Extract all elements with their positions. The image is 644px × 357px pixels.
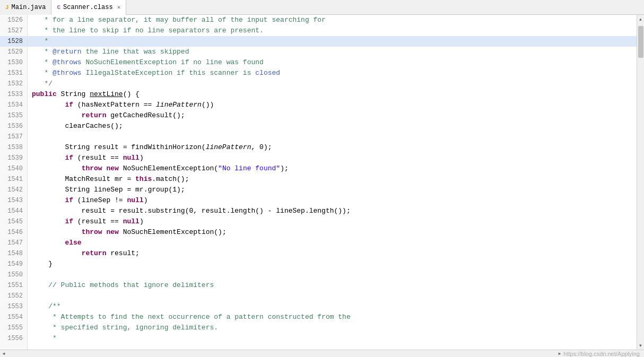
right-scrollbar[interactable]: ▲ ▼ <box>637 15 644 350</box>
code-line: throw new NoSuchElementException("No lin… <box>28 163 637 174</box>
code-line: String result = findWithinHorizon(linePa… <box>28 142 637 153</box>
line-number: 1545 <box>0 216 27 227</box>
token-comment: * <box>32 47 53 57</box>
scroll-track <box>637 23 644 341</box>
line-number: 1544 <box>0 206 27 216</box>
token-normal: ); <box>280 163 289 174</box>
code-line <box>28 132 637 142</box>
line-number: 1530 <box>0 57 27 68</box>
code-line: * the line to skip if no line separators… <box>28 25 637 36</box>
token-normal: String <box>57 89 90 100</box>
token-normal: getCachedResult(); <box>106 110 185 121</box>
line-number: 1553 <box>0 301 27 312</box>
code-line <box>28 291 637 301</box>
token-normal: NoSuchElementException( <box>119 163 218 174</box>
code-line: clearCaches(); <box>28 121 637 132</box>
code-line: if (result == null) <box>28 153 637 163</box>
java-icon: J <box>5 4 9 11</box>
token-normal: ) <box>144 195 148 206</box>
editor-body: 1526152715281529153015311532153315341535… <box>0 15 644 350</box>
code-line: return result; <box>28 248 637 259</box>
token-normal: ) <box>140 153 144 163</box>
token-kw2: new <box>106 227 118 238</box>
token-comment: /** <box>32 301 61 312</box>
token-comment: IllegalStateException if this scanner is <box>82 68 256 79</box>
token-normal <box>102 163 107 174</box>
bottom-scrollbar[interactable]: ◀ ▶ https://blog.csdn.net/Applying <box>0 350 644 357</box>
line-number: 1541 <box>0 174 27 185</box>
line-number: 1549 <box>0 259 27 269</box>
token-kw2: if <box>65 100 73 110</box>
code-line: * for a line separator, it may buffer al… <box>28 15 637 25</box>
tab-main-java[interactable]: J Main.java <box>0 0 51 15</box>
token-comment: * Attempts to find the next occurrence o… <box>32 312 351 323</box>
token-normal: MatchResult mr = <box>32 174 135 185</box>
token-comment: */ <box>32 79 53 89</box>
code-line: throw new NoSuchElementException(); <box>28 227 637 238</box>
token-normal: , 0); <box>251 142 272 153</box>
line-number: 1534 <box>0 100 27 110</box>
line-number: 1552 <box>0 291 27 301</box>
token-kw2: throw <box>82 227 102 238</box>
token-comment: * <box>32 57 53 68</box>
token-normal <box>32 195 65 206</box>
token-normal: clearCaches(); <box>32 121 123 132</box>
token-normal <box>32 216 65 227</box>
token-normal <box>32 163 82 174</box>
line-number: 1527 <box>0 25 27 36</box>
tab-scanner-class[interactable]: C Scanner.class ✕ <box>51 0 126 15</box>
token-comment: * specified string, ignoring delimiters. <box>32 323 218 333</box>
line-number: 1528 <box>0 36 27 47</box>
token-normal <box>32 248 82 259</box>
token-italic: linePattern <box>206 142 251 153</box>
token-normal <box>32 110 82 121</box>
token-comment: // Public methods that ignore delimiters <box>32 280 214 291</box>
token-normal <box>32 153 65 163</box>
token-annot: closed <box>255 68 280 79</box>
close-icon[interactable]: ✕ <box>117 4 121 11</box>
line-number: 1526 <box>0 15 27 25</box>
scroll-thumb[interactable] <box>638 26 643 58</box>
token-kw2: return <box>82 248 107 259</box>
token-normal: (result == <box>73 153 123 163</box>
h-scroll-track <box>7 350 556 358</box>
tab-bar: J Main.java C Scanner.class ✕ <box>0 0 644 15</box>
token-kw2: null <box>123 153 140 163</box>
code-line: * <box>28 36 637 47</box>
line-number: 1536 <box>0 121 27 132</box>
token-normal: (hasNextPattern == <box>73 100 156 110</box>
line-number: 1532 <box>0 79 27 89</box>
token-normal: .match(); <box>152 174 189 185</box>
code-line: * @throws IllegalStateException if this … <box>28 68 637 79</box>
code-area[interactable]: * for a line separator, it may buffer al… <box>28 15 637 350</box>
watermark: https://blog.csdn.net/Applying <box>563 351 644 357</box>
token-normal: NoSuchElementException(); <box>119 227 227 238</box>
code-line: * @return the line that was skipped <box>28 47 637 57</box>
token-normal: String lineSep = mr.group(1); <box>32 185 185 195</box>
token-normal: () { <box>123 89 140 100</box>
code-line: MatchResult mr = this.match(); <box>28 174 637 185</box>
token-kw2: null <box>127 195 143 206</box>
line-number: 1556 <box>0 333 27 344</box>
token-kw2: throw <box>82 163 102 174</box>
code-line: */ <box>28 79 637 89</box>
scroll-left-arrow[interactable]: ◀ <box>0 350 7 358</box>
token-annot: @throws <box>53 57 82 68</box>
line-numbers: 1526152715281529153015311532153315341535… <box>0 15 28 350</box>
token-comment: NoSuchElementException if no line was fo… <box>82 57 264 68</box>
token-normal <box>32 100 65 110</box>
token-normal <box>32 227 82 238</box>
scroll-down-arrow[interactable]: ▼ <box>637 341 645 350</box>
line-number: 1537 <box>0 132 27 142</box>
token-normal: ()) <box>202 100 214 110</box>
code-line: /** <box>28 301 637 312</box>
token-comment: * for a line separator, it may buffer al… <box>32 15 326 25</box>
token-str: "No line found" <box>218 163 280 174</box>
token-kw2: public <box>32 89 57 100</box>
tab-main-java-label: Main.java <box>12 4 46 11</box>
line-number: 1551 <box>0 280 27 291</box>
scroll-up-arrow[interactable]: ▲ <box>637 15 645 23</box>
code-line: if (result == null) <box>28 216 637 227</box>
code-line: else <box>28 238 637 248</box>
scroll-right-arrow[interactable]: ▶ <box>556 350 563 358</box>
